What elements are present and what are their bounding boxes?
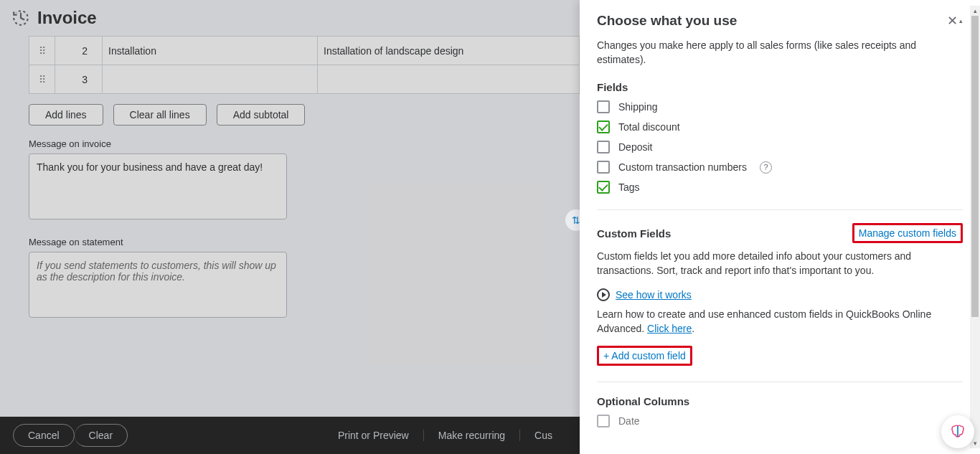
checkbox-label: Date xyxy=(618,415,640,427)
clear-all-lines-button[interactable]: Clear all lines xyxy=(113,104,207,126)
message-statement-textarea[interactable] xyxy=(29,252,287,318)
checkbox-label: Custom transaction numbers xyxy=(618,161,747,173)
checkbox-label: Total discount xyxy=(618,121,680,133)
checkbox-deposit[interactable]: Deposit xyxy=(597,141,963,153)
add-lines-button[interactable]: Add lines xyxy=(29,104,103,126)
checkbox-custom-transaction-numbers[interactable]: Custom transaction numbers ? xyxy=(597,161,963,174)
brain-icon xyxy=(949,423,966,440)
message-invoice-textarea[interactable] xyxy=(29,153,287,219)
drag-handle-icon[interactable]: ⠿ xyxy=(29,37,55,65)
page-title: Invoice xyxy=(37,8,97,28)
see-how-link[interactable]: See how it works xyxy=(616,289,692,301)
close-icon[interactable]: ✕▴ xyxy=(947,13,963,29)
scroll-up-arrow[interactable]: ▴ xyxy=(970,6,980,16)
checkbox-icon[interactable] xyxy=(597,141,610,153)
fields-heading: Fields xyxy=(597,81,963,93)
checkbox-label: Deposit xyxy=(618,141,652,153)
fields-checkbox-list: Shipping Total discount Deposit Custom t… xyxy=(597,100,963,194)
make-recurring-link[interactable]: Make recurring xyxy=(424,430,520,441)
product-cell[interactable]: Installation xyxy=(103,37,318,65)
divider xyxy=(597,382,963,382)
message-invoice-label: Message on invoice xyxy=(29,138,580,149)
settings-panel: Choose what you use ✕▴ Changes you make … xyxy=(580,0,980,454)
checkbox-icon[interactable] xyxy=(597,415,610,427)
table-row[interactable]: ⠿ 3 xyxy=(29,65,580,94)
table-row[interactable]: ⠿ 2 Installation Installation of landsca… xyxy=(29,37,580,65)
checkbox-tags[interactable]: Tags xyxy=(597,181,963,194)
header-bar: Invoice xyxy=(0,0,580,36)
manage-custom-fields-link[interactable]: Manage custom fields xyxy=(859,227,956,239)
add-custom-field-link[interactable]: + Add custom field xyxy=(603,350,686,361)
cancel-button[interactable]: Cancel xyxy=(13,424,75,447)
learn-text: Learn how to create and use enhanced cus… xyxy=(597,307,963,336)
checkbox-label: Tags xyxy=(618,181,640,193)
product-cell[interactable] xyxy=(103,65,318,94)
help-icon[interactable]: ? xyxy=(760,161,772,174)
invoice-main-area: Invoice ⠿ 2 Installation Installation of… xyxy=(0,0,580,454)
message-statement-label: Message on statement xyxy=(29,237,580,247)
drag-handle-icon[interactable]: ⠿ xyxy=(29,65,55,94)
checkbox-shipping[interactable]: Shipping xyxy=(597,100,963,113)
footer-bar: Cancel Clear Print or Preview Make recur… xyxy=(0,417,580,454)
checkbox-icon[interactable] xyxy=(597,120,610,133)
checkbox-label: Shipping xyxy=(618,101,658,113)
print-preview-link[interactable]: Print or Preview xyxy=(324,430,424,441)
checkbox-icon[interactable] xyxy=(597,100,610,113)
play-icon[interactable] xyxy=(597,288,610,301)
add-subtotal-button[interactable]: Add subtotal xyxy=(217,104,306,126)
scrollbar-thumb[interactable] xyxy=(971,16,979,317)
custom-fields-heading: Custom Fields xyxy=(597,227,671,240)
customize-link[interactable]: Cus xyxy=(520,430,567,441)
see-how-row[interactable]: See how it works xyxy=(597,288,963,301)
scrollbar-track[interactable]: ▴ ▾ xyxy=(970,6,980,448)
description-cell[interactable]: Installation of landscape design xyxy=(318,37,580,65)
panel-title: Choose what you use xyxy=(597,13,737,29)
manage-custom-fields-highlight: Manage custom fields xyxy=(852,223,963,243)
panel-description: Changes you make here apply to all sales… xyxy=(597,39,963,67)
optional-columns-heading: Optional Columns xyxy=(597,395,963,407)
line-number: 3 xyxy=(55,65,103,94)
description-cell[interactable] xyxy=(318,65,580,94)
checkbox-icon[interactable] xyxy=(597,181,610,194)
clear-button[interactable]: Clear xyxy=(75,424,128,447)
line-number: 2 xyxy=(55,37,103,65)
checkbox-total-discount[interactable]: Total discount xyxy=(597,120,963,133)
learn-text-b: . xyxy=(692,323,694,334)
click-here-link[interactable]: Click here xyxy=(647,323,692,334)
history-icon xyxy=(11,9,30,27)
assistant-fab[interactable] xyxy=(941,415,974,448)
add-custom-field-highlight: + Add custom field xyxy=(597,346,692,366)
custom-fields-description: Custom fields let you add more detailed … xyxy=(597,249,963,278)
divider xyxy=(597,209,963,210)
checkbox-icon[interactable] xyxy=(597,161,610,174)
checkbox-date[interactable]: Date xyxy=(597,415,963,427)
line-actions-row: Add lines Clear all lines Add subtotal xyxy=(29,104,580,126)
line-items-table: ⠿ 2 Installation Installation of landsca… xyxy=(29,36,580,94)
